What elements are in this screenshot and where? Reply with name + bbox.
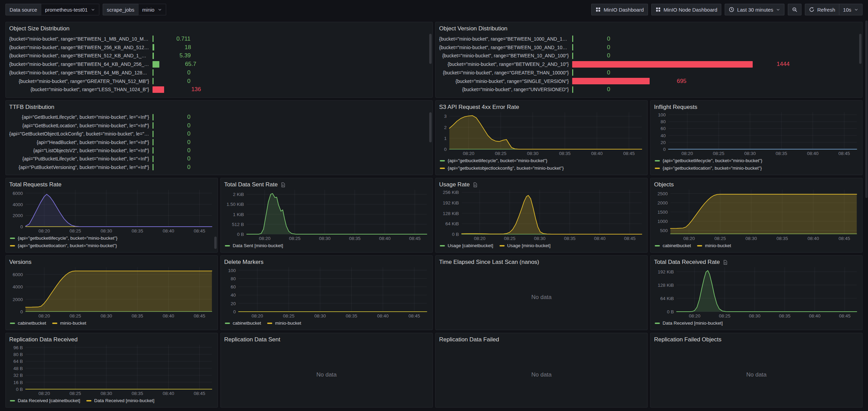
legend-item[interactable]: Data Received [minio-bucket] — [86, 397, 154, 405]
legend-item[interactable]: Data Received [minio-bucket] — [655, 320, 723, 327]
legend-item[interactable]: {api="getbucketobjectlockconfig", bucket… — [440, 165, 564, 172]
datasource-select[interactable]: prometheus-test01 — [41, 4, 99, 15]
bargauge-value: 18 — [158, 44, 191, 51]
legend-item[interactable]: cabinetbucket — [225, 320, 261, 327]
legend-item[interactable]: Data Received [cabinetbucket] — [10, 397, 80, 405]
bargauge-track: 136 — [153, 86, 429, 93]
panel-title[interactable]: TTFB Distribution — [9, 103, 54, 112]
legend-item[interactable]: minio-bucket — [697, 242, 731, 250]
y-tick-label: 100 — [228, 268, 236, 273]
panel-title[interactable]: Object Size Distribution — [9, 24, 70, 33]
legend-item[interactable]: {api="getbucketlifecycle", bucket="minio… — [655, 157, 762, 165]
panel-title[interactable]: Replication Data Failed — [439, 335, 499, 344]
plot-area[interactable] — [26, 267, 212, 312]
bargauge-bar — [153, 156, 154, 162]
legend-item[interactable]: {api="getbucketlifecycle", bucket="minio… — [440, 157, 547, 165]
panel-title[interactable]: Time Elapsed Since Last Scan (nanos) — [439, 258, 539, 267]
bargauge-row: {bucket="minio-bucket", range="BETWEEN_1… — [439, 52, 859, 59]
chevron-down-icon — [158, 8, 162, 12]
panel-title[interactable]: Object Version Distribution — [439, 24, 507, 33]
bargauge-label: {bucket="minio-bucket", range="LESS_THAN… — [9, 87, 153, 92]
panel-description-icon[interactable] — [280, 182, 286, 187]
minio-dashboard-link[interactable]: MinIO Dashboard — [591, 4, 648, 15]
panel-title[interactable]: Total Data Sent Rate — [224, 180, 278, 189]
panel-title[interactable]: Delete Markers — [224, 258, 263, 267]
panel-replication-data-failed: Replication Data Failed No data — [435, 333, 648, 408]
bargauge-row: {api="ListObjectsV2", bucket="minio-buck… — [9, 147, 429, 154]
legend-scrollbar[interactable] — [214, 237, 217, 249]
zoom-out-button[interactable] — [788, 4, 801, 15]
panel-description-icon[interactable] — [473, 182, 478, 187]
bar-gauge: {bucket="minio-bucket", range="BETWEEN_1… — [9, 34, 429, 95]
legend-item[interactable]: minio-bucket — [52, 320, 86, 327]
dashboard-toolbar: Data source prometheus-test01 scrape_job… — [0, 0, 868, 19]
legend-item[interactable]: {api="getbucketlocation", bucket="minio-… — [655, 165, 762, 172]
legend-series-marker — [655, 245, 660, 246]
panel-title[interactable]: Versions — [9, 258, 31, 267]
plot-area[interactable] — [26, 345, 212, 389]
bargauge-bar — [153, 131, 154, 137]
panel-description-icon[interactable] — [723, 260, 728, 265]
bargauge-row: {bucket="minio-bucket", range="SINGLE_VE… — [439, 78, 859, 85]
refresh-interval-select[interactable]: 10s — [839, 4, 863, 15]
panel-title[interactable]: Total Requests Rate — [9, 180, 61, 189]
panel-scrollbar[interactable] — [429, 112, 432, 142]
legend-item[interactable]: Usage [minio-bucket] — [500, 242, 551, 250]
bargauge-track: 0 — [153, 69, 429, 76]
bargauge-value: 1444 — [757, 61, 790, 68]
legend-item[interactable]: cabinetbucket — [655, 242, 691, 250]
panel-title[interactable]: S3 API Request 4xx Error Rate — [439, 103, 519, 112]
legend-item[interactable]: cabinetbucket — [10, 320, 46, 327]
y-tick-label: 3 — [444, 114, 447, 119]
legend-series-marker — [440, 160, 445, 161]
legend-item[interactable]: {api="getbucketlocation", bucket="minio-… — [10, 242, 117, 250]
panel-title[interactable]: Objects — [654, 180, 674, 189]
y-tick-label: 20 — [661, 140, 666, 145]
bargauge-bar — [572, 78, 650, 84]
panel-title[interactable]: Replication Failed Objects — [654, 335, 721, 344]
legend-item[interactable]: Usage [cabinetbucket] — [440, 242, 493, 250]
timeseries-chart: 0 B64 KiB128 KiB192 KiB 08:2008:2508:300… — [654, 267, 859, 327]
y-axis: 020406080100 — [654, 112, 668, 149]
plot-area[interactable] — [238, 267, 427, 312]
panel-title[interactable]: Total Data Received Rate — [654, 258, 720, 267]
variable-scrape-jobs: scrape_jobs minio — [103, 4, 166, 15]
legend-item[interactable]: Data Sent [minio-bucket] — [225, 242, 283, 250]
panel-title[interactable]: Replication Data Sent — [224, 335, 280, 344]
x-tick-label: 08:30 — [101, 391, 112, 396]
y-tick-label: 80 B — [13, 352, 23, 357]
panel-title[interactable]: Replication Data Received — [9, 335, 77, 344]
timeseries-chart: 5001000150020002500 08:2008:2508:3008:35… — [654, 190, 859, 250]
bargauge-value: 0 — [577, 52, 610, 59]
plot-area[interactable] — [247, 190, 427, 234]
legend-item[interactable]: minio-bucket — [267, 320, 301, 327]
plot-area[interactable] — [668, 112, 857, 149]
plot-area[interactable] — [677, 267, 857, 312]
legend: {api="getbucketlifecycle", bucket="minio… — [654, 157, 859, 172]
minio-node-dashboard-link[interactable]: MinIO Node Dashboard — [651, 4, 722, 15]
panel-title[interactable]: Usage Rate — [439, 180, 470, 189]
time-range-picker[interactable]: Last 30 minutes — [725, 4, 784, 15]
plot-area[interactable] — [670, 190, 857, 234]
bargauge-label: {api="ListObjectsV2", bucket="minio-buck… — [9, 148, 153, 153]
panel-title[interactable]: Inflight Requests — [654, 103, 697, 112]
plot-area[interactable] — [462, 190, 642, 234]
plot-area[interactable] — [26, 190, 212, 227]
bargauge-label: {bucket="minio-bucket", range="BETWEEN_2… — [9, 45, 153, 50]
bargauge-bar — [153, 61, 159, 68]
bargauge-value: 0 — [577, 69, 610, 76]
bargauge-label: {bucket="minio-bucket", range="GREATER_T… — [439, 70, 572, 75]
x-axis: 08:2008:2508:3008:3508:4008:45 — [668, 149, 857, 157]
page-scrollbar[interactable] — [865, 20, 868, 198]
legend-item[interactable]: {api="getbucketlifecycle", bucket="minio… — [10, 235, 117, 242]
refresh-button[interactable]: Refresh — [805, 4, 839, 15]
panel-total-requests-rate: Total Requests Rate 0200040006000 08:200… — [5, 178, 218, 253]
plot-area[interactable] — [449, 112, 642, 149]
panel-scrollbar[interactable] — [859, 34, 862, 64]
scrape-jobs-select[interactable]: minio — [138, 4, 166, 15]
bargauge-bar — [153, 164, 154, 170]
bargauge-bar — [572, 69, 573, 76]
panel-scrollbar[interactable] — [429, 34, 432, 64]
panel-delete-markers: Delete Markers 020406080100 08:2008:2508… — [220, 255, 433, 330]
chevron-down-icon — [854, 8, 858, 12]
